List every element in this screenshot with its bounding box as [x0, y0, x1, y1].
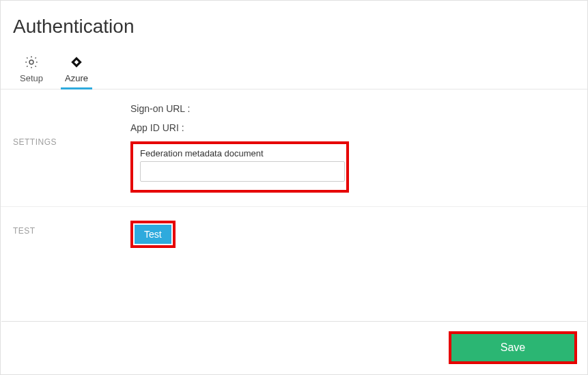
appid-uri-label: App ID URI :	[130, 122, 587, 133]
form-body: SETTINGS Sign-on URL : App ID URI : Fede…	[1, 89, 587, 262]
tab-azure-label: Azure	[65, 73, 88, 83]
test-button[interactable]: Test	[135, 225, 171, 244]
settings-content: Sign-on URL : App ID URI : Federation me…	[130, 103, 587, 193]
test-section-label: TEST	[13, 221, 130, 236]
azure-icon	[68, 54, 85, 70]
footer-bar: Save	[1, 321, 587, 374]
tab-setup[interactable]: Setup	[20, 54, 43, 89]
federation-label: Federation metadata document	[140, 148, 339, 158]
page-title: Authentication	[1, 1, 587, 44]
signon-url-label: Sign-on URL :	[130, 103, 587, 114]
test-highlight-box: Test	[130, 221, 176, 248]
tab-setup-label: Setup	[20, 73, 43, 83]
test-content: Test	[130, 221, 587, 248]
federation-metadata-input[interactable]	[140, 161, 345, 182]
test-section: TEST Test	[1, 207, 587, 262]
tab-azure[interactable]: Azure	[65, 54, 88, 89]
federation-highlight-box: Federation metadata document	[130, 141, 349, 193]
settings-section: SETTINGS Sign-on URL : App ID URI : Fede…	[1, 89, 587, 207]
settings-section-label: SETTINGS	[13, 103, 130, 147]
tabs-bar: Setup Azure	[1, 44, 587, 89]
svg-point-0	[29, 60, 33, 64]
save-button[interactable]: Save	[451, 334, 574, 361]
save-highlight-box: Save	[449, 331, 577, 364]
authentication-page: Authentication Setup Azure SETTINGS	[0, 0, 588, 375]
gear-icon	[23, 54, 40, 70]
